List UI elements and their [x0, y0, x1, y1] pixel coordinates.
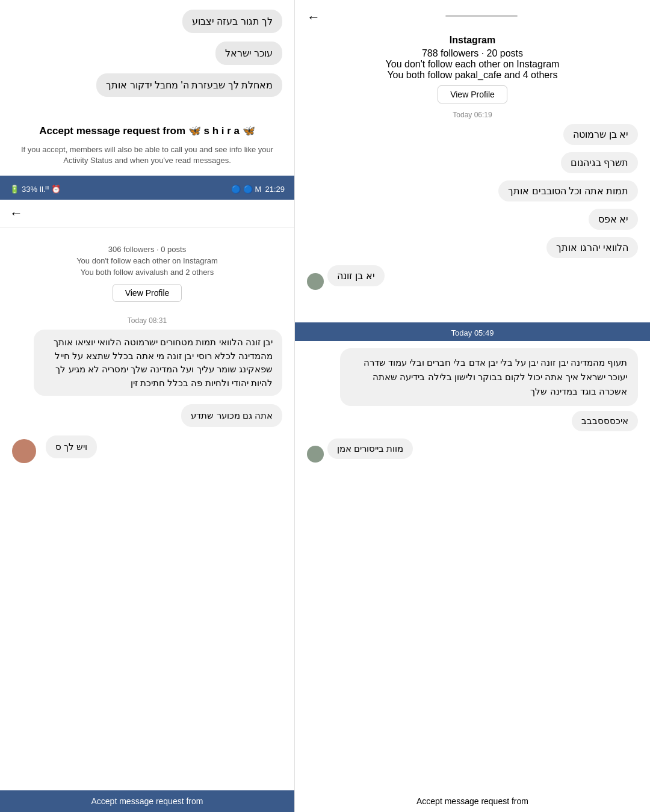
right-chat-header: ←	[295, 0, 650, 35]
accept-request-title: Accept message request from 🦋 s h i r a …	[12, 125, 282, 137]
view-profile-button-right[interactable]: View Profile	[438, 85, 507, 103]
avatar-msg-row-left: ויש לך ס	[12, 435, 282, 463]
time-display: 21:29	[265, 185, 285, 194]
msg-bubble-2: עוכר ישראל	[215, 42, 282, 65]
right-avatar-msg: יא בן זונה	[327, 265, 385, 286]
right-bottom-content: תעוף מהמדינה יבן זונה יבן על בלי יבן אדם…	[295, 341, 650, 788]
back-arrow-left[interactable]: ←	[10, 206, 23, 221]
bubble-row-3: מאחלת לך שבעזרת ה' מחבל ידקור אותך	[12, 73, 282, 102]
status-bar-right: 🔵 🔵 M 21:29	[231, 185, 285, 194]
right-avatar-msg-row: יא בן זונה	[307, 265, 638, 290]
left-bottom-chat: ← 306 followers · 0 posts You don't foll…	[0, 200, 294, 812]
profile-name-placeholder	[445, 15, 518, 17]
view-profile-button-left[interactable]: View Profile	[113, 284, 182, 302]
accept-request-section: Accept message request from 🦋 s h i r a …	[0, 115, 294, 176]
right-bottom-header: Today 05:49	[295, 325, 650, 341]
right-msg-5: הלוואי יהרגו אותך	[546, 237, 638, 258]
right-msg-1: יא בן שרמוטה	[563, 124, 638, 145]
right-top-chat: ← Instagram 788 followers · 20 posts You…	[295, 0, 650, 325]
followers-count-right: 788 followers · 20 posts	[307, 48, 638, 59]
left-panel: לך תגור בעזה יצבוע עוכר ישראל מאחלת לך ש…	[0, 0, 295, 812]
bubble-row-2: עוכר ישראל	[12, 42, 282, 70]
right-bottom-chat: Today 05:49 תעוף מהמדינה יבן זונה יבן על…	[295, 325, 650, 812]
right-bottom-msg2: איכסססבבב	[572, 411, 638, 431]
back-arrow-right[interactable]: ←	[307, 10, 320, 25]
right-bottom-long-msg: תעוף מהמדינה יבן זונה יבן על בלי יבן אדם…	[340, 348, 638, 406]
right-msg-3-row: תמות אתה וכל הסובבים אותך	[307, 180, 638, 205]
follow-status-2-left: You both follow avivalush and 2 others	[12, 268, 282, 277]
right-bottom-accept: Accept message request from	[295, 790, 650, 812]
right-msg-2-row: תשרף בגיהנום	[307, 152, 638, 177]
right-msg-2: תשרף בגיהנום	[561, 152, 638, 173]
battery-icon: 🔋	[10, 185, 19, 194]
right-bottom-avatar-row: מוות בייסורים אמן	[307, 438, 638, 463]
msg-bubble-3: מאחלת לך שבעזרת ה' מחבל ידקור אותך	[96, 73, 282, 97]
avatar-msg-left: ויש לך ס	[46, 435, 97, 458]
avatar-right-bottom	[307, 446, 324, 463]
avatar-right	[307, 273, 324, 290]
timestamp-right: Today 06:19	[307, 111, 638, 119]
right-msg-5-row: הלוואי יהרגו אותך	[307, 237, 638, 262]
long-msg-bubble: יבן זונה הלוואי תמות מטחורים ישרמוטה הלו…	[34, 330, 282, 396]
left-bottom-header: ←	[0, 200, 294, 228]
followers-count-left: 306 followers · 0 posts	[12, 245, 282, 254]
short-msg-row: אתה גם מכוער שתדע	[12, 404, 282, 432]
follow-status-1-left: You don't follow each other on Instagram	[12, 256, 282, 265]
short-msg-bubble: אתה גם מכוער שתדע	[181, 404, 282, 427]
right-msg-4-row: יא אפס	[307, 209, 638, 233]
instagram-title: Instagram	[307, 35, 638, 46]
signal-bars: ll.ˡˡˡ	[40, 185, 49, 194]
alarm-icon: ⏰	[51, 185, 61, 194]
left-bottom-content: 306 followers · 0 posts You don't follow…	[0, 228, 294, 790]
timestamp-left: Today 08:31	[12, 316, 282, 325]
bubble-row-1: לך תגור בעזה יצבוע	[12, 10, 282, 38]
follow-status-2-right: You both follow pakal_cafe and 4 others	[307, 70, 638, 81]
instagram-info-left: 306 followers · 0 posts You don't follow…	[12, 238, 282, 309]
instagram-info-right: Instagram 788 followers · 20 posts You d…	[307, 35, 638, 103]
long-msg-row: יבן זונה הלוואי תמות מטחורים ישרמוטה הלו…	[12, 330, 282, 401]
accept-request-subtitle: If you accept, members will also be able…	[12, 144, 282, 166]
right-bottom-avatar-msg: מוות בייסורים אמן	[327, 438, 413, 459]
status-icons: 🔵 🔵 M	[231, 185, 261, 194]
right-msg-3: תמות אתה וכל הסובבים אותך	[498, 180, 638, 201]
battery-text: 33%	[22, 185, 37, 194]
accept-bar-left: Accept message request from	[0, 790, 294, 812]
avatar-left	[12, 439, 36, 463]
screen-container: לך תגור בעזה יצבוע עוכר ישראל מאחלת לך ש…	[0, 0, 650, 812]
status-bar-left: 🔋 33% ll.ˡˡˡ ⏰	[10, 185, 61, 194]
msg-bubble-1: לך תגור בעזה יצבוע	[182, 10, 282, 33]
right-chat-content: Instagram 788 followers · 20 posts You d…	[295, 35, 650, 322]
left-top-chat: לך תגור בעזה יצבוע עוכר ישראל מאחלת לך ש…	[0, 0, 294, 115]
right-msg-4: יא אפס	[589, 209, 638, 230]
right-panel: ← Instagram 788 followers · 20 posts You…	[295, 0, 650, 812]
status-bar: 🔋 33% ll.ˡˡˡ ⏰ 🔵 🔵 M 21:29	[0, 178, 294, 200]
right-bottom-msg2-row: איכסססבבב	[307, 411, 638, 435]
right-msg-1-row: יא בן שרמוטה	[307, 124, 638, 149]
follow-status-1-right: You don't follow each other on Instagram	[307, 59, 638, 70]
